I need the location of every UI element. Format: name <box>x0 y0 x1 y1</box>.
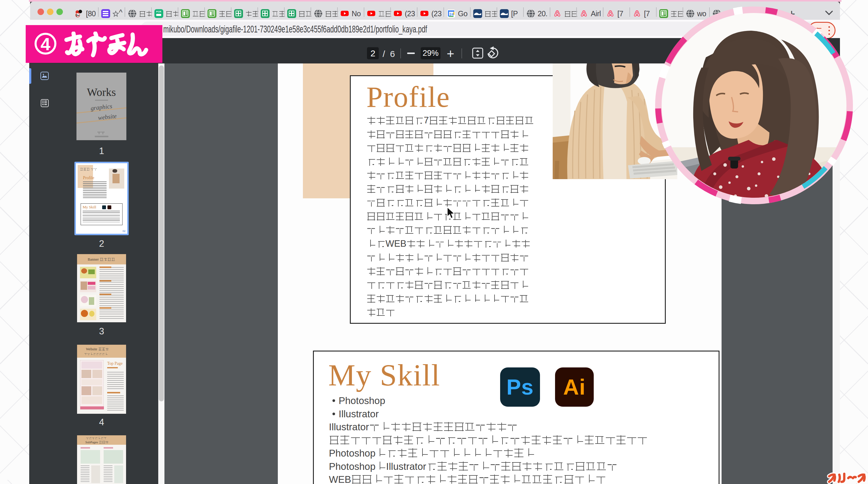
svg-text:9+: 9+ <box>76 13 80 17</box>
